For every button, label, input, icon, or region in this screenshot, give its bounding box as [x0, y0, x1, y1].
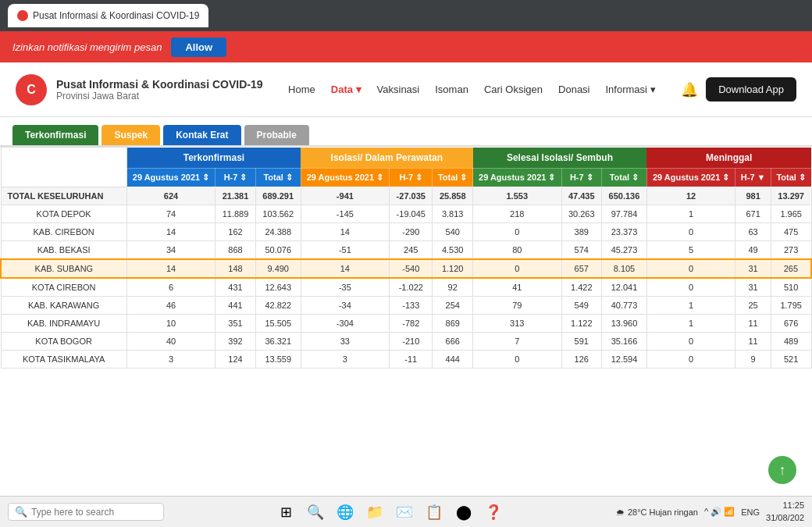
- cell-value: 389: [561, 223, 602, 240]
- cell-value: 0: [646, 332, 735, 350]
- cell-name: KOTA CIREBON: [1, 278, 126, 297]
- cell-value: 666: [433, 332, 473, 350]
- edge-icon[interactable]: 🌐: [334, 501, 356, 523]
- sh-terk-total: Total ⇕: [255, 168, 301, 187]
- task-icon[interactable]: 📋: [423, 501, 445, 523]
- tab-probable[interactable]: Probable: [244, 125, 309, 145]
- nav-isoman[interactable]: Isoman: [435, 84, 468, 95]
- cell-value: 79: [473, 296, 562, 314]
- weather-info: 🌧 28°C Hujan ringan: [616, 507, 698, 517]
- cell-value: 24.388: [255, 223, 301, 240]
- site-header: C Pusat Informasi & Koordinasi COVID-19 …: [0, 62, 812, 117]
- browser-tab[interactable]: Pusat Informasi & Koordinasi COVID-19: [8, 4, 208, 27]
- nav-home[interactable]: Home: [288, 84, 315, 95]
- cell-value: 148: [215, 259, 256, 278]
- cell-value: 549: [561, 296, 602, 314]
- cell-value: 31: [735, 259, 771, 278]
- tab-suspek[interactable]: Suspek: [102, 125, 160, 145]
- cell-value: 1: [646, 296, 735, 314]
- bell-icon[interactable]: 🔔: [681, 81, 698, 98]
- chrome-icon[interactable]: ⬤: [453, 501, 475, 523]
- cell-value: 30.263: [561, 205, 602, 223]
- group-isolasi: Isolasi/ Dalam Perawatan: [301, 148, 472, 169]
- main-nav: Home Data ▾ Vaksinasi Isoman Cari Oksige…: [263, 84, 682, 95]
- favicon-icon: [17, 10, 28, 21]
- download-app-button[interactable]: Download App: [706, 77, 796, 101]
- cell-value: 35.166: [602, 332, 647, 350]
- cell-value: 574: [561, 240, 602, 259]
- cell-value: 11: [735, 314, 771, 332]
- group-header-row: Nama Kota/Kabupaten ⇕ Terkonfirmasi Isol…: [1, 148, 811, 169]
- nav-vaksinasi[interactable]: Vaksinasi: [377, 84, 420, 95]
- cell-value: 1.120: [433, 259, 473, 278]
- cell-value: 0: [473, 223, 562, 240]
- cell-value: 14: [126, 223, 215, 240]
- cell-value: 14: [301, 223, 390, 240]
- taskbar-right: 🌧 28°C Hujan ringan ^ 🔊 📶 ENG 11:25 31/0…: [616, 500, 804, 524]
- cell-value: 981: [735, 187, 771, 205]
- cell-value: 14: [301, 259, 390, 278]
- cell-value: 489: [771, 332, 811, 350]
- cell-value: 1.965: [771, 205, 811, 223]
- cell-value: 650.136: [602, 187, 647, 205]
- scroll-up-button[interactable]: ↑: [768, 456, 796, 484]
- nav-informasi[interactable]: Informasi ▾: [606, 84, 656, 95]
- cell-value: 0: [646, 350, 735, 368]
- search-input[interactable]: [31, 507, 156, 518]
- sh-men-total: Total ⇕: [771, 168, 811, 187]
- cell-value: 21.381: [215, 187, 256, 205]
- cell-value: -540: [390, 259, 433, 278]
- table-row: KAB. BEKASI3486850.076-512454.5308057445…: [1, 240, 811, 259]
- tab-kontak-erat[interactable]: Kontak Erat: [163, 125, 240, 145]
- cell-value: 162: [215, 223, 256, 240]
- table-row: KAB. INDRAMAYU1035115.505-304-7828693131…: [1, 314, 811, 332]
- mail-icon[interactable]: ✉️: [394, 501, 415, 523]
- cell-value: 7: [473, 332, 562, 350]
- sh-terk-date: 29 Agustus 2021 ⇕: [126, 168, 215, 187]
- help-icon[interactable]: ❓: [483, 501, 504, 523]
- cell-value: 47.435: [561, 187, 602, 205]
- browser-bar: Pusat Informasi & Koordinasi COVID-19: [0, 0, 812, 31]
- notification-bar: Izinkan notifikasi mengirim pesan Allow: [0, 31, 812, 62]
- nav-donasi[interactable]: Donasi: [558, 84, 589, 95]
- cell-value: -1.022: [390, 278, 433, 297]
- cell-value: 4.530: [433, 240, 473, 259]
- cell-value: -782: [390, 314, 433, 332]
- sh-sel-total: Total ⇕: [602, 168, 647, 187]
- weather-text: 28°C Hujan ringan: [628, 507, 698, 517]
- cell-value: 351: [215, 314, 256, 332]
- search-taskbar-icon[interactable]: 🔍: [304, 501, 326, 523]
- col-nama-header: Nama Kota/Kabupaten ⇕: [1, 148, 126, 187]
- sh-sel-date: 29 Agustus 2021 ⇕: [473, 168, 562, 187]
- folder-icon[interactable]: 📁: [364, 501, 386, 523]
- table-row: KAB. SUBANG141489.49014-5401.12006578.10…: [1, 259, 811, 278]
- search-icon: 🔍: [15, 506, 27, 518]
- cell-value: 74: [126, 205, 215, 223]
- cell-value: 1.122: [561, 314, 602, 332]
- time-display: 11:25 31/08/202: [766, 500, 804, 524]
- taskbar-search-box[interactable]: 🔍: [8, 503, 164, 521]
- group-terkonfirmasi: Terkonfirmasi: [126, 148, 301, 169]
- cell-name: KOTA TASIKMALAYA: [1, 350, 126, 368]
- cell-value: -35: [301, 278, 390, 297]
- cell-value: 25: [735, 296, 771, 314]
- cell-value: 444: [433, 350, 473, 368]
- cell-value: 103.562: [255, 205, 301, 223]
- cell-value: 1.553: [473, 187, 562, 205]
- cell-value: -290: [390, 223, 433, 240]
- cell-value: 126: [561, 350, 602, 368]
- windows-icon[interactable]: ⊞: [275, 501, 297, 523]
- total-row: TOTAL KESELURUHAN62421.381689.291-941-27…: [1, 187, 811, 205]
- cell-value: -11: [390, 350, 433, 368]
- cell-value: 0: [646, 223, 735, 240]
- cell-name: KAB. BEKASI: [1, 240, 126, 259]
- nav-cari-oksigen[interactable]: Cari Oksigen: [484, 84, 543, 95]
- group-selesai: Selesai Isolasi/ Sembuh: [473, 148, 647, 169]
- sh-isol-h7: H-7 ⇕: [390, 168, 433, 187]
- cell-name: KAB. INDRAMAYU: [1, 314, 126, 332]
- cell-value: 8.105: [602, 259, 647, 278]
- nav-data[interactable]: Data ▾: [331, 84, 361, 95]
- cell-value: 510: [771, 278, 811, 297]
- tab-terkonfirmasi[interactable]: Terkonfirmasi: [12, 125, 98, 145]
- allow-button[interactable]: Allow: [171, 37, 226, 57]
